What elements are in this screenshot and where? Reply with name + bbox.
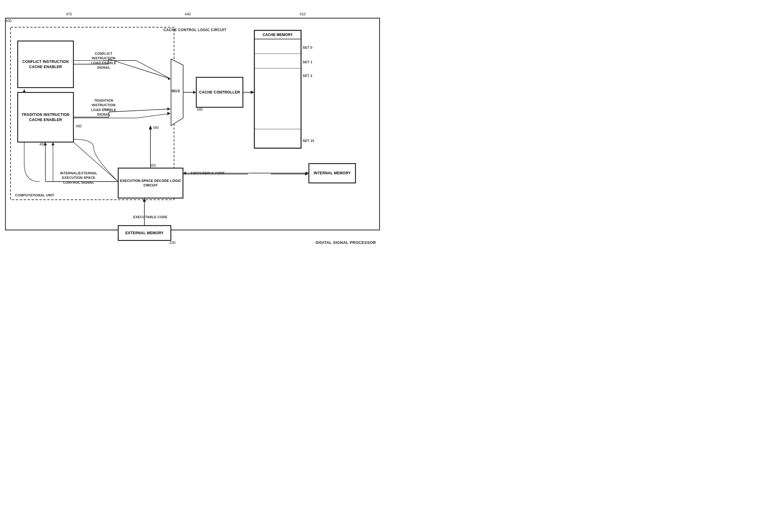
execution-space-decode-box: EXECUTION-SPACE DECODE LOGIC CIRCUIT bbox=[118, 168, 183, 198]
ref-450: 450 bbox=[150, 163, 156, 168]
ref-480: 480 bbox=[76, 124, 82, 128]
cache-row-0 bbox=[255, 39, 301, 54]
svg-line-15 bbox=[136, 61, 170, 79]
svg-line-18 bbox=[136, 113, 170, 118]
ref-495: 495 bbox=[197, 107, 203, 112]
cache-memory-box: CACHE MEMORY bbox=[254, 30, 301, 148]
ref-470: 470 bbox=[66, 12, 72, 16]
svg-marker-42 bbox=[167, 77, 170, 80]
conflict-instruction-cache-enabler-box: CONFLICT INSTRUCTION CACHE ENABLER bbox=[18, 41, 74, 88]
svg-marker-34 bbox=[306, 172, 309, 175]
set15-label: SET 15 bbox=[303, 139, 314, 143]
ref-440: 440 bbox=[185, 12, 191, 16]
cache-memory-label: CACHE MEMORY bbox=[255, 31, 301, 39]
computational-unit-label: COMPUTATIONAL UNIT bbox=[15, 193, 54, 198]
svg-marker-21 bbox=[193, 91, 196, 94]
set0-label: SET 0 bbox=[303, 45, 312, 50]
conflict-load-enable-label: CONFLICTINSTRUCTIONLOAD ENABLESIGNAL bbox=[77, 51, 130, 70]
internal-external-label: INTERNAL/EXTERNALEXECUTION-SPACECONTROL … bbox=[44, 171, 114, 185]
svg-marker-38 bbox=[23, 89, 26, 92]
ref-430: 430 bbox=[169, 241, 176, 245]
svg-marker-50 bbox=[251, 91, 254, 94]
internal-memory-box: INTERNAL MEMORY bbox=[309, 163, 356, 183]
svg-marker-46 bbox=[167, 107, 170, 110]
executable-code-bottom-label: EXECUTABLE CODE bbox=[133, 215, 168, 219]
ref-460: 460 bbox=[39, 142, 45, 146]
set1-label: SET 1 bbox=[303, 60, 312, 64]
diagram-container: 400 470 440 410 460 480 490 495 450 430 … bbox=[0, 0, 385, 266]
svg-marker-25 bbox=[149, 126, 152, 129]
dsp-label: DIGITAL SIGNAL PROCESSOR bbox=[316, 240, 376, 245]
svg-marker-57 bbox=[143, 199, 146, 202]
external-memory-box: EXTERNAL MEMORY bbox=[118, 225, 171, 241]
ref-410: 410 bbox=[300, 12, 306, 16]
svg-marker-28 bbox=[51, 142, 54, 145]
svg-marker-52 bbox=[149, 126, 152, 130]
set2-label: SET 2 bbox=[303, 74, 312, 78]
svg-marker-16 bbox=[167, 77, 170, 80]
cache-row-1 bbox=[255, 54, 301, 68]
executable-code-right-label: EXECUTABLE CODE bbox=[191, 171, 225, 176]
cache-controller-box: CACHE CONTROLLER bbox=[196, 77, 243, 107]
cache-middle bbox=[255, 68, 301, 129]
tradition-instruction-cache-enabler-box: TRADITION INSTRUCTION CACHE ENABLER bbox=[18, 92, 74, 142]
svg-marker-48 bbox=[193, 91, 196, 94]
svg-marker-19 bbox=[167, 112, 170, 115]
svg-marker-23 bbox=[251, 91, 254, 94]
cache-control-logic-label: CACHE CONTROL LOGIC CIRCUIT bbox=[163, 27, 226, 33]
cache-row-15 bbox=[255, 129, 301, 143]
mux-label: MUX bbox=[172, 89, 180, 94]
ref-490: 490 bbox=[153, 126, 159, 130]
ref-400: 400 bbox=[5, 19, 12, 23]
tradition-load-enable-label: TRADITIONINSTRUCTIONLOAD ENABLESIGNAL bbox=[77, 98, 130, 117]
svg-marker-30 bbox=[143, 198, 146, 201]
svg-marker-60 bbox=[305, 172, 308, 176]
svg-marker-32 bbox=[183, 172, 186, 175]
